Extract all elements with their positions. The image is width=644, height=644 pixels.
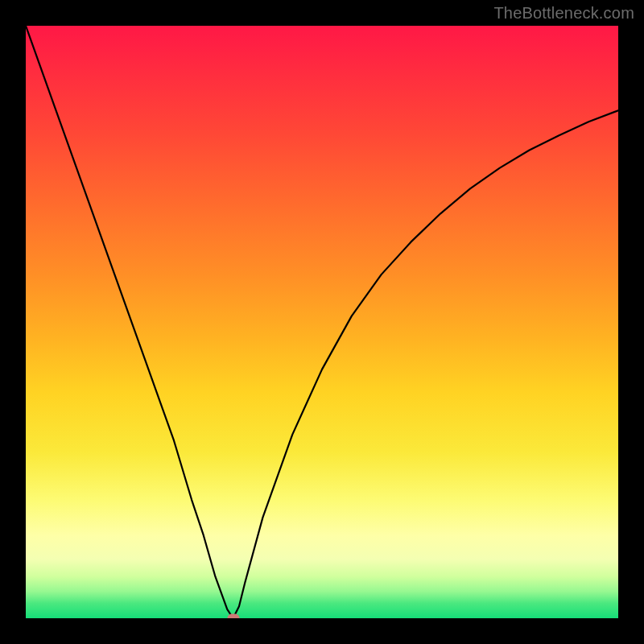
bottleneck-curve [26, 26, 618, 618]
chart-frame: TheBottleneck.com [0, 0, 644, 644]
optimal-point-marker [227, 614, 239, 619]
plot-area [26, 26, 618, 618]
watermark-text: TheBottleneck.com [493, 4, 634, 23]
